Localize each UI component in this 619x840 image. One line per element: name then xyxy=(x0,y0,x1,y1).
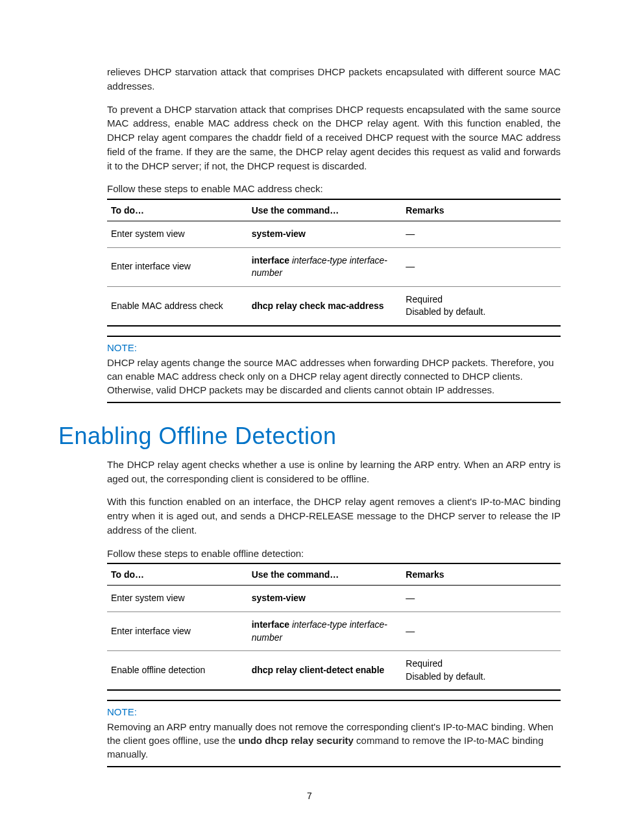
table-cell: system-view xyxy=(248,586,402,612)
table-cell: Enter interface view xyxy=(107,612,248,651)
document-page: relieves DHCP starvation attack that com… xyxy=(0,0,619,840)
table-header: To do… xyxy=(107,563,248,586)
table-cell: — xyxy=(402,586,561,612)
steps-intro: Follow these steps to enable MAC address… xyxy=(107,182,561,196)
paragraph: relieves DHCP starvation attack that com… xyxy=(107,65,561,93)
table-cell: system-view xyxy=(248,221,402,248)
paragraph: To prevent a DHCP starvation attack that… xyxy=(107,103,561,173)
table-cell: Enable offline detection xyxy=(107,651,248,691)
table-cell: interface interface-type interface-numbe… xyxy=(248,612,402,651)
paragraph: With this function enabled on an interfa… xyxy=(107,495,561,537)
table-cell: — xyxy=(402,612,561,651)
note-body: Removing an ARP entry manually does not … xyxy=(107,720,561,761)
table-row: Enable MAC address check dhcp relay chec… xyxy=(107,286,561,326)
table-cell: Required Disabled by default. xyxy=(402,651,561,691)
note-title: NOTE: xyxy=(107,706,561,717)
table-cell: Required Disabled by default. xyxy=(402,286,561,326)
table-row: Enable offline detection dhcp relay clie… xyxy=(107,651,561,691)
table-row: Enter interface view interface interface… xyxy=(107,247,561,286)
table-cell: Enter interface view xyxy=(107,247,248,286)
table-cell: Enter system view xyxy=(107,221,248,248)
page-number: 7 xyxy=(0,791,619,801)
note-title: NOTE: xyxy=(107,342,561,353)
table-cell: — xyxy=(402,221,561,248)
command-table-2: To do… Use the command… Remarks Enter sy… xyxy=(107,563,561,691)
steps-intro: Follow these steps to enable offline det… xyxy=(107,547,561,561)
table-row: Enter system view system-view — xyxy=(107,221,561,248)
note-box-1: NOTE: DHCP relay agents change the sourc… xyxy=(107,336,561,403)
section-heading: Enabling Offline Detection xyxy=(58,423,561,450)
table-cell: Enable MAC address check xyxy=(107,286,248,326)
table-cell: dhcp relay client-detect enable xyxy=(248,651,402,691)
table-header: To do… xyxy=(107,199,248,221)
table-row: Enter interface view interface interface… xyxy=(107,612,561,651)
table-cell: dhcp relay check mac-address xyxy=(248,286,402,326)
table-header: Remarks xyxy=(402,563,561,586)
note-body: DHCP relay agents change the source MAC … xyxy=(107,356,561,397)
paragraph: The DHCP relay agent checks whether a us… xyxy=(107,458,561,486)
content-block-1: relieves DHCP starvation attack that com… xyxy=(107,65,561,403)
note-box-2: NOTE: Removing an ARP entry manually doe… xyxy=(107,700,561,767)
table-cell: — xyxy=(402,247,561,286)
command-table-1: To do… Use the command… Remarks Enter sy… xyxy=(107,199,561,327)
table-header: Use the command… xyxy=(248,563,402,586)
table-cell: interface interface-type interface-numbe… xyxy=(248,247,402,286)
table-cell: Enter system view xyxy=(107,586,248,612)
table-row: Enter system view system-view — xyxy=(107,586,561,612)
content-block-2: The DHCP relay agent checks whether a us… xyxy=(107,458,561,767)
table-header: Use the command… xyxy=(248,199,402,221)
table-header: Remarks xyxy=(402,199,561,221)
